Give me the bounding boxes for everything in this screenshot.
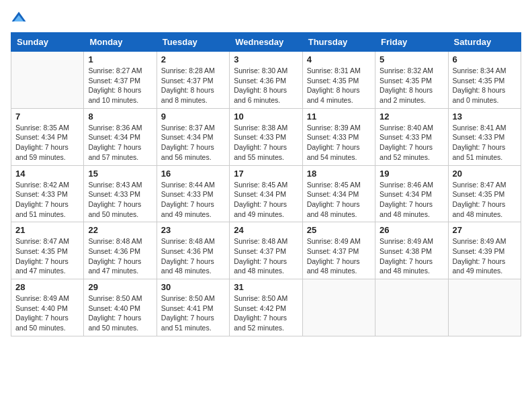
day-number: 31 (234, 282, 298, 292)
day-number: 1 (88, 54, 152, 64)
calendar-cell (302, 279, 375, 336)
calendar-cell: 20Sunrise: 8:47 AM Sunset: 4:35 PM Dayli… (448, 165, 521, 222)
cell-info: Sunrise: 8:46 AM Sunset: 4:34 PM Dayligh… (380, 180, 443, 220)
calendar-cell: 4Sunrise: 8:31 AM Sunset: 4:35 PM Daylig… (302, 52, 375, 109)
calendar-cell: 26Sunrise: 8:49 AM Sunset: 4:38 PM Dayli… (375, 222, 448, 279)
calendar-cell: 31Sunrise: 8:50 AM Sunset: 4:42 PM Dayli… (230, 279, 302, 336)
day-number: 14 (15, 169, 79, 179)
day-number: 8 (88, 111, 152, 122)
cell-info: Sunrise: 8:40 AM Sunset: 4:33 PM Dayligh… (380, 123, 443, 163)
calendar-cell: 9Sunrise: 8:37 AM Sunset: 4:34 PM Daylig… (157, 108, 229, 165)
calendar-table: SundayMondayTuesdayWednesdayThursdayFrid… (11, 32, 521, 336)
calendar-cell: 10Sunrise: 8:38 AM Sunset: 4:33 PM Dayli… (230, 108, 302, 165)
calendar-cell: 19Sunrise: 8:46 AM Sunset: 4:34 PM Dayli… (375, 165, 448, 222)
calendar-cell: 18Sunrise: 8:45 AM Sunset: 4:34 PM Dayli… (302, 165, 375, 222)
cell-info: Sunrise: 8:35 AM Sunset: 4:34 PM Dayligh… (15, 123, 79, 163)
day-number: 28 (15, 282, 79, 292)
header-tuesday: Tuesday (157, 33, 229, 52)
header-monday: Monday (84, 33, 157, 52)
cell-info: Sunrise: 8:36 AM Sunset: 4:34 PM Dayligh… (88, 123, 152, 163)
calendar-cell (375, 279, 448, 336)
header-thursday: Thursday (302, 33, 375, 52)
day-number: 11 (307, 111, 371, 122)
day-number: 17 (234, 169, 298, 179)
cell-info: Sunrise: 8:48 AM Sunset: 4:36 PM Dayligh… (88, 236, 152, 276)
day-number: 15 (88, 169, 152, 179)
cell-info: Sunrise: 8:39 AM Sunset: 4:33 PM Dayligh… (307, 123, 371, 163)
day-number: 10 (234, 111, 298, 122)
day-number: 3 (234, 54, 298, 64)
cell-info: Sunrise: 8:50 AM Sunset: 4:41 PM Dayligh… (161, 293, 225, 333)
day-number: 2 (161, 54, 225, 64)
day-number: 27 (453, 225, 517, 235)
cell-info: Sunrise: 8:32 AM Sunset: 4:35 PM Dayligh… (380, 66, 443, 105)
cell-info: Sunrise: 8:47 AM Sunset: 4:35 PM Dayligh… (15, 236, 79, 276)
day-number: 21 (15, 225, 79, 235)
calendar-header-row: SundayMondayTuesdayWednesdayThursdayFrid… (11, 33, 521, 52)
header-wednesday: Wednesday (230, 33, 302, 52)
day-number: 23 (161, 225, 225, 235)
cell-info: Sunrise: 8:38 AM Sunset: 4:33 PM Dayligh… (234, 123, 298, 163)
day-number: 9 (161, 111, 225, 122)
calendar-cell: 17Sunrise: 8:45 AM Sunset: 4:34 PM Dayli… (230, 165, 302, 222)
header-saturday: Saturday (448, 33, 521, 52)
calendar-cell: 12Sunrise: 8:40 AM Sunset: 4:33 PM Dayli… (375, 108, 448, 165)
calendar-cell: 23Sunrise: 8:48 AM Sunset: 4:36 PM Dayli… (157, 222, 229, 279)
calendar-week-4: 28Sunrise: 8:49 AM Sunset: 4:40 PM Dayli… (11, 279, 521, 336)
day-number: 16 (161, 169, 225, 179)
day-number: 30 (161, 282, 225, 292)
day-number: 26 (380, 225, 443, 235)
cell-info: Sunrise: 8:48 AM Sunset: 4:37 PM Dayligh… (234, 236, 298, 276)
cell-info: Sunrise: 8:45 AM Sunset: 4:34 PM Dayligh… (307, 180, 371, 220)
cell-info: Sunrise: 8:30 AM Sunset: 4:36 PM Dayligh… (234, 66, 298, 105)
day-number: 4 (307, 54, 371, 64)
logo-icon (11, 11, 27, 27)
calendar-cell: 27Sunrise: 8:49 AM Sunset: 4:39 PM Dayli… (448, 222, 521, 279)
calendar-cell: 16Sunrise: 8:44 AM Sunset: 4:33 PM Dayli… (157, 165, 229, 222)
calendar-cell: 6Sunrise: 8:34 AM Sunset: 4:35 PM Daylig… (448, 52, 521, 109)
calendar-cell: 7Sunrise: 8:35 AM Sunset: 4:34 PM Daylig… (11, 108, 84, 165)
cell-info: Sunrise: 8:48 AM Sunset: 4:36 PM Dayligh… (161, 236, 225, 276)
page-header (11, 11, 521, 27)
day-number: 7 (15, 111, 79, 122)
cell-info: Sunrise: 8:49 AM Sunset: 4:39 PM Dayligh… (453, 236, 517, 276)
cell-info: Sunrise: 8:49 AM Sunset: 4:37 PM Dayligh… (307, 236, 371, 276)
calendar-cell: 3Sunrise: 8:30 AM Sunset: 4:36 PM Daylig… (230, 52, 302, 109)
day-number: 19 (380, 169, 443, 179)
day-number: 29 (88, 282, 152, 292)
calendar-cell: 11Sunrise: 8:39 AM Sunset: 4:33 PM Dayli… (302, 108, 375, 165)
day-number: 24 (234, 225, 298, 235)
cell-info: Sunrise: 8:44 AM Sunset: 4:33 PM Dayligh… (161, 180, 225, 220)
day-number: 25 (307, 225, 371, 235)
header-sunday: Sunday (11, 33, 84, 52)
calendar-cell: 2Sunrise: 8:28 AM Sunset: 4:37 PM Daylig… (157, 52, 229, 109)
calendar-cell: 8Sunrise: 8:36 AM Sunset: 4:34 PM Daylig… (84, 108, 157, 165)
day-number: 22 (88, 225, 152, 235)
day-number: 13 (453, 111, 517, 122)
calendar-cell: 29Sunrise: 8:50 AM Sunset: 4:40 PM Dayli… (84, 279, 157, 336)
cell-info: Sunrise: 8:49 AM Sunset: 4:40 PM Dayligh… (15, 293, 79, 333)
day-number: 20 (453, 169, 517, 179)
cell-info: Sunrise: 8:47 AM Sunset: 4:35 PM Dayligh… (453, 180, 517, 220)
calendar-cell: 28Sunrise: 8:49 AM Sunset: 4:40 PM Dayli… (11, 279, 84, 336)
logo (11, 11, 30, 27)
cell-info: Sunrise: 8:41 AM Sunset: 4:33 PM Dayligh… (453, 123, 517, 163)
day-number: 12 (380, 111, 443, 122)
cell-info: Sunrise: 8:49 AM Sunset: 4:38 PM Dayligh… (380, 236, 443, 276)
calendar-cell (448, 279, 521, 336)
day-number: 5 (380, 54, 443, 64)
cell-info: Sunrise: 8:34 AM Sunset: 4:35 PM Dayligh… (453, 66, 517, 105)
cell-info: Sunrise: 8:45 AM Sunset: 4:34 PM Dayligh… (234, 180, 298, 220)
calendar-cell (11, 52, 84, 109)
calendar-cell: 13Sunrise: 8:41 AM Sunset: 4:33 PM Dayli… (448, 108, 521, 165)
calendar-cell: 30Sunrise: 8:50 AM Sunset: 4:41 PM Dayli… (157, 279, 229, 336)
cell-info: Sunrise: 8:42 AM Sunset: 4:33 PM Dayligh… (15, 180, 79, 220)
day-number: 6 (453, 54, 517, 64)
calendar-week-2: 14Sunrise: 8:42 AM Sunset: 4:33 PM Dayli… (11, 165, 521, 222)
cell-info: Sunrise: 8:27 AM Sunset: 4:37 PM Dayligh… (88, 66, 152, 105)
calendar-cell: 22Sunrise: 8:48 AM Sunset: 4:36 PM Dayli… (84, 222, 157, 279)
cell-info: Sunrise: 8:37 AM Sunset: 4:34 PM Dayligh… (161, 123, 225, 163)
calendar-cell: 15Sunrise: 8:43 AM Sunset: 4:33 PM Dayli… (84, 165, 157, 222)
cell-info: Sunrise: 8:50 AM Sunset: 4:40 PM Dayligh… (88, 293, 152, 333)
calendar-week-0: 1Sunrise: 8:27 AM Sunset: 4:37 PM Daylig… (11, 52, 521, 109)
